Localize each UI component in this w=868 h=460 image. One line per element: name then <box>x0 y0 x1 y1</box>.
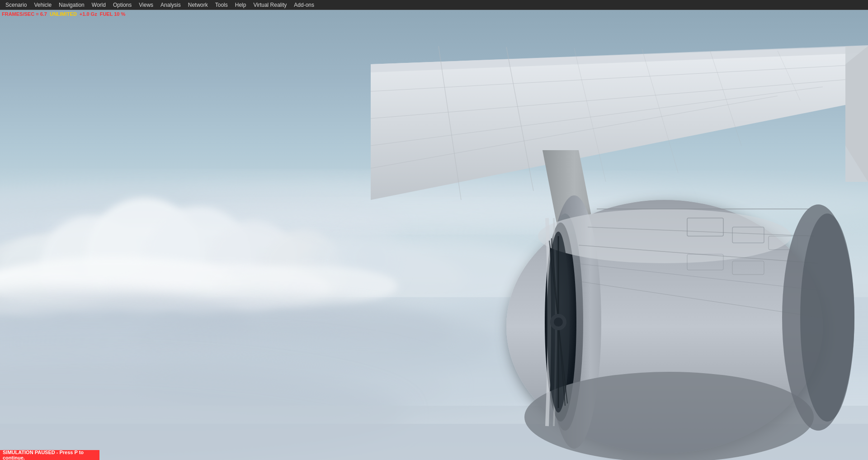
menu-tools[interactable]: Tools <box>212 1 231 9</box>
unlimited-stat: UNLIMITED <box>50 11 77 17</box>
menu-world[interactable]: World <box>88 1 109 9</box>
menu-navigation[interactable]: Navigation <box>55 1 88 9</box>
menu-vehicle[interactable]: Vehicle <box>30 1 55 9</box>
svg-point-63 <box>800 213 854 422</box>
menu-views[interactable]: Views <box>135 1 157 9</box>
menu-options[interactable]: Options <box>109 1 135 9</box>
menu-analysis[interactable]: Analysis <box>157 1 184 9</box>
gz-stat: +1.0 Gz <box>80 11 97 17</box>
frames-stat: FRAMES/SEC = 6.7 <box>2 11 47 17</box>
menu-network[interactable]: Network <box>184 1 212 9</box>
menu-virtual-reality[interactable]: Virtual Reality <box>250 1 290 9</box>
fuel-stat: FUEL 10 % <box>100 11 126 17</box>
paused-text: SIMULATION PAUSED - Press P to continue. <box>3 450 97 460</box>
svg-point-49 <box>538 209 791 263</box>
menu-add-ons[interactable]: Add-ons <box>290 1 318 9</box>
menu-scenario[interactable]: Scenario <box>2 1 30 9</box>
svg-point-61 <box>554 318 563 327</box>
stats-bar: FRAMES/SEC = 6.7 UNLIMITED +1.0 Gz FUEL … <box>0 10 181 18</box>
menu-bar: Scenario Vehicle Navigation World Option… <box>0 0 868 10</box>
menu-help[interactable]: Help <box>231 1 250 9</box>
flight-view <box>0 10 868 460</box>
svg-point-55 <box>524 372 814 460</box>
paused-bar: SIMULATION PAUSED - Press P to continue. <box>0 450 99 460</box>
